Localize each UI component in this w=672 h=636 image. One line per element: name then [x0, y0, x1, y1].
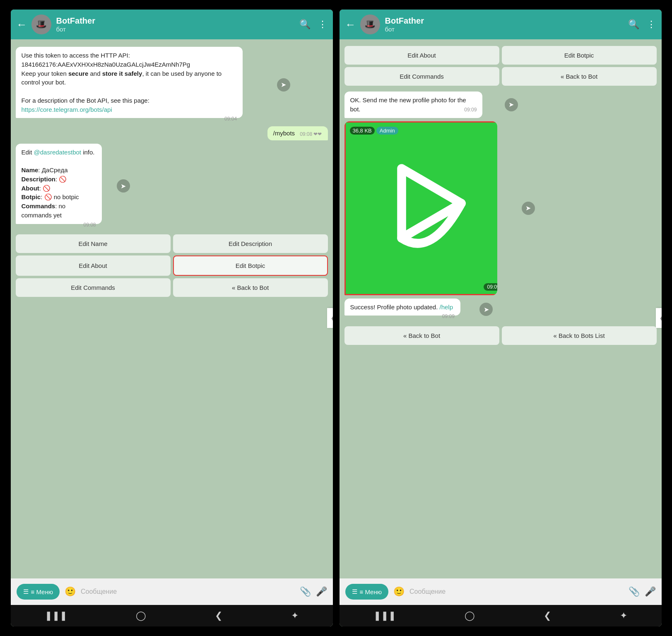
left-bottom-bar: ☰ ≡ Меню 🙂 Сообщение 📎 🎤: [11, 578, 333, 605]
right-menu-icon[interactable]: ⋮: [647, 19, 656, 30]
left-attach-icon[interactable]: 📎: [300, 586, 311, 597]
msg-send-photo-text: OK. Send me the new profile photo for th…: [350, 96, 466, 113]
left-buttons-grid: Edit Name Edit Description Edit About Ed…: [16, 232, 328, 299]
btn-back-to-bot-left[interactable]: « Back to Bot: [173, 278, 328, 297]
left-chat-body: Use this token to access the HTTP API: 1…: [11, 39, 333, 578]
msg-success-text: Success! Profile photo updated.: [350, 304, 440, 311]
msg2-time: 09:08 ❤❤: [300, 131, 322, 137]
right-emoji-icon[interactable]: 🙂: [393, 586, 405, 597]
btn-edit-botpic-right[interactable]: Edit Botpic: [502, 46, 657, 65]
right-back-arrow[interactable]: ←: [345, 18, 356, 31]
right-header-icons: 🔍 ⋮: [628, 19, 656, 30]
right-header-info: BotFather бот: [385, 16, 628, 33]
right-bottom-bar: ☰ ≡ Меню 🙂 Сообщение 📎 🎤: [340, 578, 662, 605]
right-collapse-btn[interactable]: ❮: [656, 308, 662, 328]
left-menu-button[interactable]: ☰ ≡ Меню: [17, 584, 60, 600]
left-back-arrow[interactable]: ←: [17, 18, 27, 31]
btn-edit-name[interactable]: Edit Name: [16, 234, 171, 253]
left-phone-screen: ← 🎩 BotFather бот 🔍 ⋮ Use this token to …: [11, 10, 333, 626]
left-mic-icon[interactable]: 🎤: [316, 586, 327, 597]
right-nav-recent[interactable]: ❚❚❚: [373, 610, 396, 621]
photo-time-text: 09:09: [487, 284, 497, 290]
msg-mybots-text: /mybots: [273, 130, 295, 137]
right-search-icon[interactable]: 🔍: [628, 19, 639, 30]
msg-api-token-bubble: Use this token to access the HTTP API: 1…: [16, 47, 243, 118]
photo-size-badge: 36,8 KB: [350, 127, 375, 135]
btn-edit-about-right[interactable]: Edit About: [344, 46, 499, 65]
right-nav-back[interactable]: ❮: [544, 610, 551, 621]
right-header-name: BotFather: [385, 16, 628, 26]
bot-mention: @dasredatestbot: [34, 149, 81, 156]
left-header-icons: 🔍 ⋮: [299, 19, 327, 30]
left-message-placeholder[interactable]: Сообщение: [81, 588, 295, 595]
right-message-placeholder[interactable]: Сообщение: [409, 588, 624, 595]
msg-send-photo-time: 09:09: [464, 106, 477, 113]
photo-badge: 36,8 KB Admin: [350, 127, 398, 135]
msg-mybots: /mybots 09:08 ❤❤: [267, 126, 328, 140]
left-search-icon[interactable]: 🔍: [299, 19, 311, 30]
right-menu-button[interactable]: ☰ ≡ Меню: [345, 584, 388, 600]
left-menu-icon-hamburger: ☰: [23, 588, 29, 595]
right-avatar: 🎩: [360, 14, 380, 34]
btn-back-to-bot-right[interactable]: « Back to Bot: [502, 67, 657, 86]
right-menu-label: ≡ Меню: [360, 588, 382, 595]
left-collapse-btn[interactable]: ❮: [327, 308, 333, 328]
left-nav-recent[interactable]: ❚❚❚: [45, 610, 67, 621]
left-emoji-icon[interactable]: 🙂: [65, 586, 76, 597]
right-nav-home[interactable]: ◯: [465, 610, 475, 621]
right-header-sub: бот: [385, 26, 628, 33]
right-mic-icon[interactable]: 🎤: [645, 586, 656, 597]
msg-edit-info-text: Edit @dasredatestbot info. Name: ДаСреда…: [22, 148, 96, 220]
msg-photo-bubble: 36,8 KB Admin 09:09 ❤❤: [344, 121, 498, 295]
left-header-info: BotFather бот: [56, 16, 299, 33]
msg-send-photo-forward[interactable]: ➤: [505, 98, 518, 111]
msg-photo-forward[interactable]: ➤: [522, 202, 535, 215]
msg-success-bubble: Success! Profile photo updated. /help 09…: [344, 299, 460, 316]
btn-back-to-bot-bottom[interactable]: « Back to Bot: [344, 326, 499, 345]
left-header-sub: бот: [56, 26, 299, 33]
msg-api-token-text: Use this token to access the HTTP API: 1…: [22, 51, 237, 114]
msg1-time: 09:04: [224, 116, 237, 123]
msg-edit-info: Edit @dasredatestbot info. Name: ДаСреда…: [16, 144, 113, 229]
left-menu-label: ≡ Меню: [31, 588, 53, 595]
msg-send-photo-bubble: OK. Send me the new profile photo for th…: [344, 92, 483, 118]
msg-photo-wrapper: 36,8 KB Admin 09:09 ❤❤: [344, 121, 518, 295]
btn-edit-commands-right[interactable]: Edit Commands: [344, 67, 499, 86]
msg-api-token: Use this token to access the HTTP API: 1…: [16, 47, 274, 123]
left-menu-icon[interactable]: ⋮: [318, 19, 327, 30]
msg1-forward[interactable]: ➤: [277, 78, 290, 92]
msg3-forward[interactable]: ➤: [117, 179, 130, 193]
left-nav-home[interactable]: ◯: [136, 610, 146, 621]
btn-edit-about-left[interactable]: Edit About: [16, 255, 171, 276]
right-attach-icon[interactable]: 📎: [629, 586, 640, 597]
left-nav-bar: ❚❚❚ ◯ ❮ ✦: [11, 605, 333, 626]
right-chat-header: ← 🎩 BotFather бот 🔍 ⋮: [340, 10, 662, 39]
right-phone-screen: ← 🎩 BotFather бот 🔍 ⋮ Edit About Edit Bo…: [340, 10, 662, 626]
msg3-time: 09:08: [84, 222, 96, 229]
right-bottom-buttons-grid: « Back to Bot « Back to Bots List: [344, 324, 657, 347]
help-link[interactable]: /help: [439, 304, 453, 311]
btn-back-to-bots-list[interactable]: « Back to Bots List: [502, 326, 657, 345]
play-icon: [382, 159, 481, 258]
msg-edit-info-bubble: Edit @dasredatestbot info. Name: ДаСреда…: [16, 144, 102, 224]
msg-success-forward[interactable]: ➤: [479, 303, 493, 316]
btn-edit-description[interactable]: Edit Description: [173, 234, 328, 253]
right-menu-icon-hamburger: ☰: [352, 588, 357, 595]
btn-edit-botpic[interactable]: Edit Botpic: [173, 255, 328, 276]
right-top-buttons-grid: Edit About Edit Botpic Edit Commands « B…: [344, 43, 657, 88]
msg-success-time: 09:09: [442, 313, 455, 320]
msg-success: Success! Profile photo updated. /help 09…: [344, 299, 477, 320]
left-nav-apps[interactable]: ✦: [291, 610, 299, 621]
left-nav-back[interactable]: ❮: [215, 610, 222, 621]
btn-edit-commands-left[interactable]: Edit Commands: [16, 278, 171, 297]
msg-send-photo: OK. Send me the new profile photo for th…: [344, 92, 501, 118]
photo-container: 36,8 KB Admin 09:09 ❤❤: [344, 121, 498, 295]
photo-admin-badge: Admin: [376, 127, 398, 135]
left-avatar: 🎩: [31, 14, 51, 34]
right-nav-bar: ❚❚❚ ◯ ❮ ✦: [340, 605, 662, 626]
left-header-name: BotFather: [56, 16, 299, 26]
left-chat-header: ← 🎩 BotFather бот 🔍 ⋮: [11, 10, 333, 39]
right-nav-apps[interactable]: ✦: [620, 610, 627, 621]
api-link[interactable]: https://core.telegram.org/bots/api: [22, 106, 112, 113]
right-chat-body: Edit About Edit Botpic Edit Commands « B…: [340, 39, 662, 578]
